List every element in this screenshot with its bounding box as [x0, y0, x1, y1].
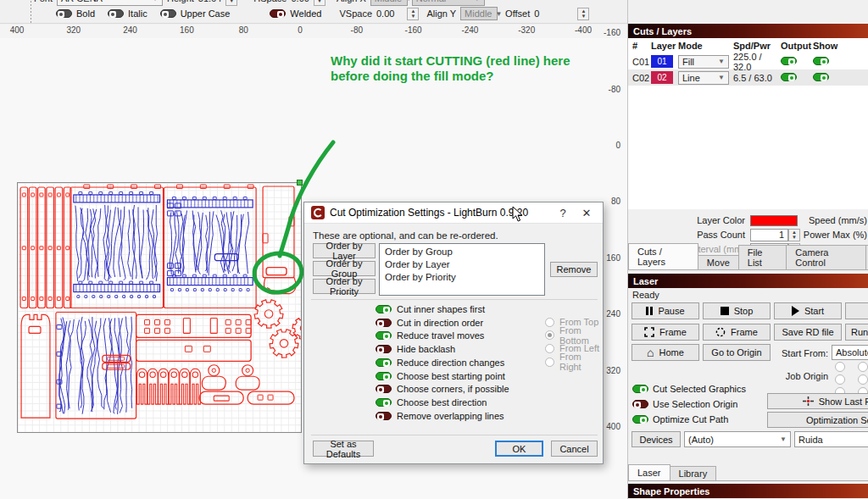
welded-toggle[interactable] — [270, 9, 286, 18]
layer-color-swatch[interactable] — [750, 215, 798, 226]
italic-toggle[interactable] — [108, 9, 124, 18]
radio-from-left[interactable] — [545, 344, 554, 353]
output-on-toggle[interactable] — [813, 73, 829, 81]
order-list-item[interactable]: Order by Priority — [385, 271, 539, 284]
radio-from-bottom[interactable] — [545, 330, 554, 340]
tab-move[interactable]: Move — [698, 255, 739, 269]
layer-color-chip[interactable]: 01 — [651, 55, 673, 68]
font-label: Font — [34, 0, 53, 3]
dialog-close-button[interactable]: ✕ — [577, 207, 596, 219]
frame-circle-button[interactable]: Frame — [703, 324, 771, 341]
dialog-titlebar[interactable]: Cut Optimization Settings - LightBurn 0.… — [304, 202, 603, 224]
hspace-spinner[interactable]: ▲▼ — [314, 0, 326, 6]
ruler-tick: 0 — [588, 141, 620, 150]
layer-row[interactable]: C0101Fill▼225.0 / 32.0 — [628, 53, 868, 69]
cut-optimization-dialog[interactable]: Cut Optimization Settings - LightBurn 0.… — [303, 202, 604, 464]
toggle-cut-inner-shapes-first[interactable] — [376, 305, 392, 313]
lightburn-logo-icon — [311, 206, 325, 219]
alignx-combo[interactable]: Middle▼ — [370, 0, 408, 6]
font-combo[interactable]: AR CENA▼ — [57, 0, 163, 6]
order-button-order-by-group[interactable]: Order by Group — [313, 261, 376, 276]
order-button-order-by-layer[interactable]: Order by Layer — [313, 243, 376, 258]
bold-toggle[interactable] — [56, 9, 72, 18]
device-auto-combo[interactable]: (Auto)▼ — [684, 431, 791, 447]
job-origin-label: Job Origin — [764, 371, 828, 381]
aligny-combo[interactable]: Middle▼ — [460, 7, 498, 20]
start-from-combo[interactable]: Absolute▼ — [832, 345, 868, 360]
pass-count-label: Pass Count — [628, 230, 745, 240]
cancel-button[interactable]: Cancel — [551, 441, 598, 457]
height-spinner[interactable]: ▲▼ — [225, 0, 237, 6]
job-origin-radio[interactable] — [835, 362, 845, 372]
vspace-spinner[interactable]: ▲▼ — [407, 8, 419, 20]
device-name-field[interactable]: Ruida — [794, 431, 868, 447]
layer-row[interactable]: C0202Line▼6.5 / 63.0 — [628, 69, 868, 86]
ruler-tick: 240 — [123, 25, 137, 35]
remove-button[interactable]: Remove — [550, 262, 598, 277]
save-rd-file-button[interactable]: Save RD file — [774, 324, 842, 341]
horizontal-ruler: 400320240160800-80-160-240-320-400 — [0, 25, 627, 38]
mode-combo[interactable]: Line▼ — [678, 71, 729, 85]
text-toolbar: Font AR CENA▼ Height 51.64 ▲▼ HSpace 0.0… — [0, 0, 627, 24]
ruler-tick: -160 — [405, 25, 422, 35]
output-on-toggle[interactable] — [813, 57, 829, 65]
tab-laser[interactable]: Laser — [628, 464, 670, 480]
order-list-item[interactable]: Order by Group — [385, 246, 539, 258]
output-on-toggle[interactable] — [781, 57, 797, 65]
ruler-tick: -160 — [588, 28, 620, 37]
start-icon — [792, 306, 799, 316]
toggle-choose-best-starting-point[interactable] — [376, 372, 392, 380]
cut-selected-graphics-toggle[interactable] — [632, 385, 648, 393]
tab-cuts-layers[interactable]: Cuts / Layers — [628, 243, 698, 269]
pass-count-input[interactable]: 1 — [750, 229, 788, 241]
toggle-hide-backlash[interactable] — [376, 345, 392, 353]
dialog-help-button[interactable]: ? — [554, 207, 572, 219]
stop-button[interactable]: Stop — [703, 302, 771, 319]
output-on-toggle[interactable] — [781, 73, 797, 81]
crosshair-icon — [803, 396, 814, 406]
radio-from-right[interactable] — [545, 358, 554, 367]
order-list[interactable]: Order by GroupOrder by LayerOrder by Pri… — [379, 243, 545, 296]
ruler-tick: -320 — [518, 25, 535, 35]
use-selection-origin-toggle[interactable] — [632, 400, 648, 408]
tab-file-list[interactable]: File List — [738, 245, 787, 269]
toggle-reduce-travel-moves[interactable] — [376, 331, 392, 340]
start-button[interactable]: Start — [774, 302, 842, 319]
upper-case-toggle[interactable] — [160, 9, 176, 18]
toggle-reduce-direction-changes[interactable] — [376, 358, 392, 367]
job-origin-radio[interactable] — [858, 362, 868, 372]
order-list-item[interactable]: Order by Layer — [385, 258, 539, 271]
upper-case-label: Upper Case — [181, 8, 231, 19]
toggle-choose-best-direction[interactable] — [376, 398, 392, 407]
job-origin-radio[interactable] — [835, 374, 845, 385]
pause-button[interactable]: Pause — [632, 302, 699, 319]
toggle-cut-in-direction-order[interactable] — [376, 319, 392, 327]
toggle-remove-overlapping-lines[interactable] — [376, 412, 392, 420]
toggle-choose-corners-if-possible[interactable] — [376, 385, 392, 393]
speed-power-value: 6.5 / 63.0 — [733, 73, 781, 83]
offset-value: 0 — [534, 8, 539, 19]
ruler-tick: 400 — [10, 25, 25, 35]
order-button-order-by-priority[interactable]: Order by Priority — [313, 279, 376, 294]
send-button[interactable] — [845, 302, 868, 319]
tab-camera-control[interactable]: Camera Control — [786, 245, 866, 269]
optimization-settings-button[interactable]: Optimization Settings — [767, 412, 868, 428]
mode-combo[interactable]: Fill▼ — [678, 55, 729, 69]
run-button[interactable]: Run — [845, 324, 868, 341]
set-defaults-button[interactable]: Set as Defaults — [313, 441, 374, 457]
show-last-position-button[interactable]: Show Last Position — [767, 393, 868, 409]
frame-square-button[interactable]: Frame — [632, 324, 699, 341]
job-origin-radio[interactable] — [858, 374, 868, 385]
style-combo[interactable]: Normal▼ — [412, 0, 485, 6]
offset-spinner[interactable]: ▲▼ — [577, 8, 589, 20]
go-to-origin-button[interactable]: Go to Origin — [703, 344, 771, 361]
pass-count-spinner[interactable]: ▲▼ — [788, 229, 800, 241]
layer-color-chip[interactable]: 02 — [651, 71, 673, 84]
home-button[interactable]: ⌂ Home — [632, 344, 699, 361]
toolbar-drag-handle[interactable] — [30, 0, 32, 24]
ok-button[interactable]: OK — [495, 441, 543, 457]
radio-from-top[interactable] — [545, 318, 554, 327]
devices-button[interactable]: Devices — [632, 431, 681, 447]
optimize-cut-path-toggle[interactable] — [632, 415, 648, 424]
tab-library[interactable]: Library — [670, 466, 717, 480]
